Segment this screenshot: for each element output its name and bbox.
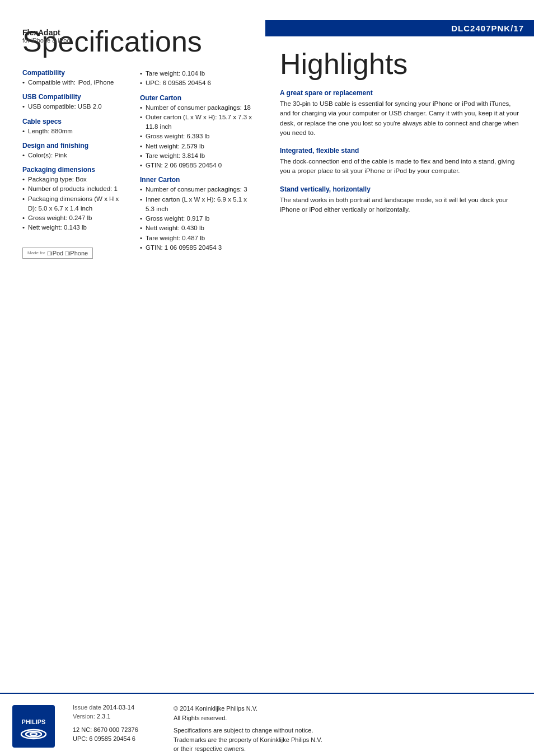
list-item: Nett weight: 0.430 lb [140, 223, 257, 233]
highlight-3-title: Stand vertically, horizontally [280, 185, 523, 193]
brand-name: FlexAdapt [22, 28, 71, 37]
made-for-label: Made for [27, 250, 45, 256]
spec-inner-carton-title: Inner Carton [140, 176, 257, 184]
spec-compatibility-title: Compatibility [22, 69, 129, 77]
left-column: Specifications Compatibility Compatible … [0, 20, 269, 270]
svg-text:PHILIPS: PHILIPS [22, 718, 46, 725]
list-item: Gross weight: 0.247 lb [22, 213, 129, 223]
footer-version: Version: 2.3.1 [73, 713, 162, 720]
list-item: Number of consumer packagings: 18 [140, 103, 257, 113]
highlight-2-title: Integrated, flexible stand [280, 147, 523, 155]
list-item: GTIN: 1 06 09585 20454 3 [140, 243, 257, 253]
spec-cable-list: Length: 880mm [22, 127, 129, 136]
spec-design-list: Color(s): Pink [22, 151, 129, 160]
philips-logo-block: PHILIPS [11, 704, 62, 750]
spec-usb-title: USB Compatibility [22, 93, 129, 101]
spec-packaging-list: Packaging type: Box Number of products i… [22, 175, 129, 233]
issue-label: Issue date [73, 704, 101, 711]
issue-value: 2014-03-14 [103, 704, 134, 711]
spec-compatibility-list: Compatible with: iPod, iPhone [22, 78, 129, 87]
highlight-3-text: The stand works in both portrait and lan… [280, 195, 523, 215]
list-item: Tare weight: 0.487 lb [140, 234, 257, 243]
product-code-bar: DLC2407PNK/17 [265, 20, 534, 36]
list-item: UPC: 6 09585 20454 6 [140, 78, 257, 88]
highlight-2-text: The dock-connection end of the cable is … [280, 157, 523, 176]
footer-nc: 12 NC: 8670 000 72376 [73, 726, 162, 733]
list-item: Number of consumer packagings: 3 [140, 185, 257, 194]
spec-compatibility: Compatibility Compatible with: iPod, iPh… [22, 69, 129, 87]
list-item: Number of products included: 1 [22, 184, 129, 194]
footer-legal: © 2014 Koninklijke Philips N.V. All Righ… [174, 704, 517, 756]
list-item: Nett weight: 0.143 lb [22, 223, 129, 232]
footer-issue: Issue date 2014-03-14 [73, 704, 162, 711]
spec-inner-carton: Inner Carton Number of consumer packagin… [140, 176, 257, 253]
list-item: Tare weight: 3.814 lb [140, 151, 257, 161]
list-item: Nett weight: 2.579 lb [140, 142, 257, 151]
highlight-2: Integrated, flexible stand The dock-conn… [280, 147, 523, 176]
brand-sub: for iPhone & iPod [22, 37, 71, 44]
version-label: Version: [73, 713, 95, 720]
highlight-1: A great spare or replacement The 30-pin … [280, 89, 523, 138]
page: DLC2407PNK/17 FlexAdapt for iPhone & iPo… [0, 20, 534, 756]
list-item: Gross weight: 6.393 lb [140, 132, 257, 141]
spec-packaging2: Tare weight: 0.104 lb UPC: 6 09585 20454… [140, 69, 257, 88]
list-item: Packaging dimensions (W x H x D): 5.0 x … [22, 194, 129, 214]
footer-copyright: © 2014 Koninklijke Philips N.V. All Righ… [174, 704, 517, 722]
spec-design: Design and finishing Color(s): Pink [22, 142, 129, 160]
spec-packaging2-list: Tare weight: 0.104 lb UPC: 6 09585 20454… [140, 69, 257, 88]
spec-inner-carton-list: Number of consumer packagings: 3 Inner c… [140, 185, 257, 253]
spec-outer-carton-title: Outer Carton [140, 94, 257, 102]
specs-right: Tare weight: 0.104 lb UPC: 6 09585 20454… [134, 69, 257, 259]
footer-disclaimer: Specifications are subject to change wit… [174, 726, 517, 754]
list-item: Tare weight: 0.104 lb [140, 69, 257, 78]
upc-label: UPC: [73, 735, 87, 742]
specs-left: Compatibility Compatible with: iPod, iPh… [22, 69, 134, 259]
spec-cable: Cable specs Length: 880mm [22, 118, 129, 136]
list-item: Color(s): Pink [22, 151, 129, 160]
spec-usb: USB Compatibility USB compatible: USB 2.… [22, 93, 129, 111]
spec-usb-list: USB compatible: USB 2.0 [22, 102, 129, 111]
made-for-badge: Made for □iPod □iPhone [22, 248, 93, 259]
badge-icons: □iPod □iPhone [48, 250, 88, 256]
nc-value: 8670 000 72376 [93, 726, 138, 733]
philips-logo-icon: PHILIPS [11, 704, 56, 749]
spec-packaging: Packaging dimensions Packaging type: Box… [22, 166, 129, 233]
upc-value: 6 09585 20454 6 [89, 735, 135, 742]
specs-columns: Compatibility Compatible with: iPod, iPh… [22, 69, 257, 259]
highlight-1-text: The 30-pin to USB cable is essential for… [280, 99, 523, 138]
svg-rect-0 [12, 705, 55, 748]
highlights-title: Highlights [280, 48, 523, 80]
footer-upc: UPC: 6 09585 20454 6 [73, 735, 162, 742]
highlight-3: Stand vertically, horizontally The stand… [280, 185, 523, 215]
product-code: DLC2407PNK/17 [451, 24, 524, 33]
brand-block: FlexAdapt for iPhone & iPod [22, 28, 71, 44]
nc-label: 12 NC: [73, 726, 92, 733]
spec-packaging-title: Packaging dimensions [22, 166, 129, 174]
main-content: Specifications Compatibility Compatible … [0, 20, 534, 270]
list-item: USB compatible: USB 2.0 [22, 102, 129, 111]
spec-cable-title: Cable specs [22, 118, 129, 125]
highlight-1-title: A great spare or replacement [280, 89, 523, 97]
ipod-icon: □iPod [48, 250, 64, 256]
list-item: Compatible with: iPod, iPhone [22, 78, 129, 87]
list-item: Packaging type: Box [22, 175, 129, 184]
list-item: Outer carton (L x W x H): 15.7 x 7.3 x 1… [140, 113, 257, 132]
version-value: 2.3.1 [97, 713, 110, 720]
list-item: Inner carton (L x W x H): 6.9 x 5.1 x 5.… [140, 195, 257, 214]
footer: PHILIPS Issue date 2014-03-14 Version: 2… [0, 693, 534, 756]
footer-details: Issue date 2014-03-14 Version: 2.3.1 12 … [73, 704, 162, 742]
list-item: Length: 880mm [22, 127, 129, 136]
spec-outer-carton-list: Number of consumer packagings: 18 Outer … [140, 103, 257, 171]
list-item: Gross weight: 0.917 lb [140, 214, 257, 223]
iphone-icon: □iPhone [65, 250, 88, 256]
list-item: GTIN: 2 06 09585 20454 0 [140, 161, 257, 170]
spec-design-title: Design and finishing [22, 142, 129, 150]
right-column: Highlights A great spare or replacement … [269, 20, 534, 270]
spec-outer-carton: Outer Carton Number of consumer packagin… [140, 94, 257, 171]
